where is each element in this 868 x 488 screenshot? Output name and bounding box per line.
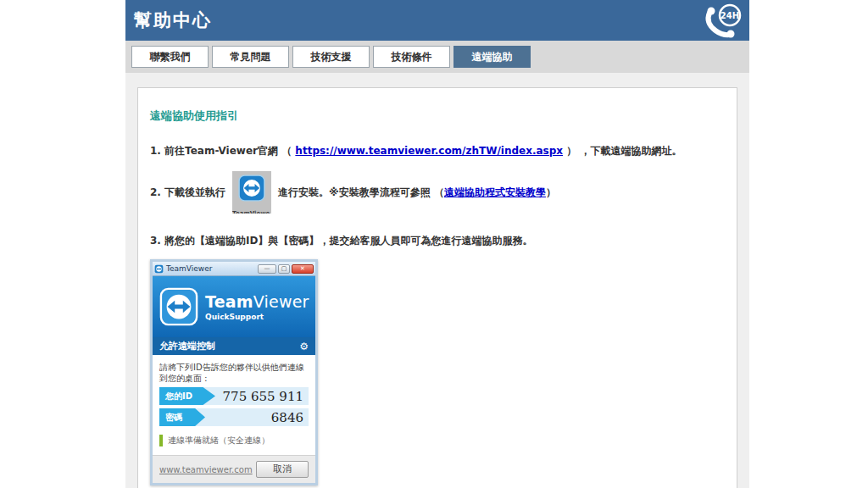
tv-brand-header: TeamViewer QuickSupport <box>153 276 315 337</box>
tab-contact-us[interactable]: 聯繫我們 <box>131 46 209 68</box>
tab-tech-requirements[interactable]: 技術條件 <box>373 46 450 68</box>
tab-remote-assistance[interactable]: 遠端協助 <box>453 46 531 68</box>
tab-faq[interactable]: 常見問題 <box>212 46 289 68</box>
step-2: 2. 下載後並執行 TeamViewe... 進行安裝。※安裝教學流程可參照 （… <box>150 171 725 214</box>
tv-password-value: 6846 <box>205 410 309 425</box>
tv-allow-remote-control-label: 允許遠端控制 <box>159 340 215 352</box>
tv-brand-subtitle: QuickSupport <box>205 313 309 321</box>
teamviewer-window-screenshot: TeamViewer — ▢ ✕ TeamViewer QuickSupport <box>150 259 318 485</box>
teamviewer-site-link[interactable]: https://www.teamviewer.com/zhTW/index.as… <box>295 145 563 157</box>
tv-cancel-button: 取消 <box>256 461 309 478</box>
hotline-badge-text: 24H <box>721 11 739 20</box>
tv-titlebar-app-icon <box>154 264 164 274</box>
step-1: 1. 前往Team-Viewer官網 （ https://www.teamvie… <box>150 144 725 158</box>
nav-tabbar: 聯繫我們 常見問題 技術支援 技術條件 遠端協助 <box>125 41 749 73</box>
step-2-text-post: ） <box>546 186 556 199</box>
tv-allow-remote-control-bar: 允許遠端控制 ⚙ <box>153 337 315 355</box>
tv-titlebar: TeamViewer — ▢ ✕ <box>153 262 315 276</box>
content-background: 遠端協助使用指引 1. 前往Team-Viewer官網 （ https://ww… <box>125 73 749 488</box>
install-tutorial-link[interactable]: 遠端協助程式安裝教學 <box>444 186 546 199</box>
tv-brand-bold: Team <box>205 292 253 311</box>
tv-body: 請將下列ID告訴您的夥伴以供他們連線到您的桌面： 您的ID 775 655 91… <box>153 355 315 455</box>
tv-footer: www.teamviewer.com 取消 <box>153 455 315 483</box>
guide-section-title: 遠端協助使用指引 <box>150 108 725 124</box>
tv-password-label-badge: 密碼 <box>159 408 205 426</box>
tv-id-value: 775 655 911 <box>215 389 309 404</box>
tv-brand-text: TeamViewer QuickSupport <box>205 292 309 321</box>
teamviewer-desktop-icon: TeamViewe... <box>232 171 271 214</box>
page-title: 幫助中心 <box>125 8 212 32</box>
step-1-text-pre: 1. 前往Team-Viewer官網 （ <box>150 145 295 157</box>
step-2-text-mid: 進行安裝。※安裝教學流程可參照 （ <box>278 186 444 199</box>
tv-close-button: ✕ <box>292 264 314 274</box>
tv-instruction-text: 請將下列ID告訴您的夥伴以供他們連線到您的桌面： <box>159 362 309 384</box>
desktop-icon-caption: TeamViewe... <box>232 207 271 214</box>
tv-window-title: TeamViewer <box>166 264 256 273</box>
step-2-text-pre: 2. 下載後並執行 <box>150 186 225 199</box>
tab-tech-support[interactable]: 技術支援 <box>292 46 370 68</box>
tv-settings-gear-icon: ⚙ <box>299 341 309 352</box>
tv-id-row: 您的ID 775 655 911 <box>159 387 309 405</box>
tv-footer-website-link: www.teamviewer.com <box>159 465 253 474</box>
status-text: 連線準備就緒（安全連線） <box>168 435 270 446</box>
step-3: 3. 將您的【遠端協助ID】與【密碼】，提交給客服人員即可為您進行遠端協助服務。 <box>150 234 725 247</box>
site-container: 幫助中心 24H 聯繫我們 常見問題 技術支援 技術條件 遠端協助 遠端協助使用… <box>125 0 749 488</box>
step-1-text-post: ） ，下載遠端協助網址。 <box>563 145 682 157</box>
hotline-24h-phone-icon: 24H <box>702 3 746 40</box>
teamviewer-logo-icon <box>159 287 198 326</box>
page-header: 幫助中心 24H <box>125 0 749 41</box>
tv-maximize-button: ▢ <box>278 264 290 274</box>
tv-brand-light: Viewer <box>253 292 309 311</box>
tv-id-label-badge: 您的ID <box>159 387 215 405</box>
status-ready-indicator <box>159 435 163 446</box>
tv-connection-status: 連線準備就緒（安全連線） <box>159 435 309 446</box>
tv-password-row: 密碼 6846 <box>159 408 309 426</box>
content-panel: 遠端協助使用指引 1. 前往Team-Viewer官網 （ https://ww… <box>137 87 737 488</box>
tv-minimize-button: — <box>258 264 276 274</box>
